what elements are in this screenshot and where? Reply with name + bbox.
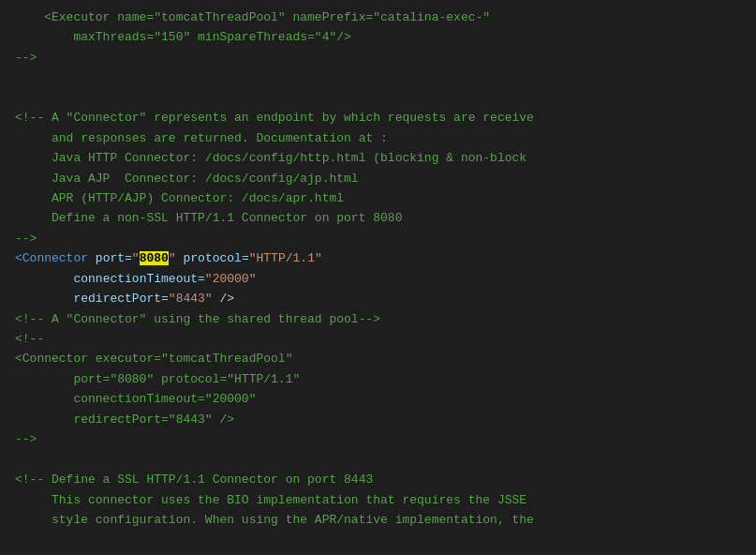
code-line: redirectPort="8443" /> [0, 410, 756, 429]
highlight-8080: 8080 [140, 251, 169, 265]
code-line-connector2: <Connector executor="tomcatThreadPool" [0, 349, 756, 368]
attr-redirect-port: redirectPort= [73, 292, 168, 306]
attr-connection-timeout-value: "20000" [205, 272, 257, 286]
code-line: --> [0, 229, 756, 248]
connector-tag-line: <Connector port="8080" protocol="HTTP/1.… [0, 248, 756, 268]
code-line: Java HTTP Connector: /docs/config/http.h… [0, 148, 756, 168]
attr-protocol: protocol= [184, 251, 249, 265]
code-line: Java AJP Connector: /docs/config/ajp.htm… [0, 169, 756, 188]
attr-port: port= [96, 251, 132, 265]
code-editor: <Executor name="tomcatThreadPool" namePr… [0, 0, 756, 555]
attr-protocol-value: "HTTP/1.1" [249, 251, 322, 265]
attr-connection-timeout: connectionTimeout= [73, 272, 204, 286]
code-line-conn-timeout: connectionTimeout="20000" [0, 269, 756, 289]
code-line: APR (HTTP/AJP) Connector: /docs/apr.html [0, 188, 756, 208]
code-line-blank [0, 450, 756, 470]
code-line: <!-- A "Connector" represents an endpoin… [0, 108, 756, 128]
code-line: and responses are returned. Documentatio… [0, 128, 756, 148]
code-line: connectionTimeout="20000" [0, 389, 756, 409]
code-line: style configuration. When using the APR/… [0, 510, 756, 530]
code-line: This connector uses the BIO implementati… [0, 490, 756, 510]
code-line: <Executor name="tomcatThreadPool" namePr… [0, 8, 756, 27]
code-line-redirect-port: redirectPort="8443" /> [0, 289, 756, 308]
code-line-blank [0, 68, 756, 87]
code-line: maxThreads="150" minSpareThreads="4"/> [0, 27, 756, 47]
code-line: --> [0, 48, 756, 68]
code-line: <!-- [0, 329, 756, 349]
attr-redirect-port-value: "8443" [169, 292, 213, 306]
tag-connector: <Connector [15, 251, 88, 265]
code-line-blank [0, 88, 756, 108]
code-line: Define a non-SSL HTTP/1.1 Connector on p… [0, 208, 756, 228]
self-close: /> [219, 292, 234, 306]
code-line: --> [0, 429, 756, 449]
code-line: <!-- A "Connector" using the shared thre… [0, 309, 756, 329]
code-line: port="8080" protocol="HTTP/1.1" [0, 369, 756, 389]
attr-port-value-highlight: "8080" [132, 251, 176, 265]
code-line: <!-- Define a SSL HTTP/1.1 Connector on … [0, 470, 756, 489]
